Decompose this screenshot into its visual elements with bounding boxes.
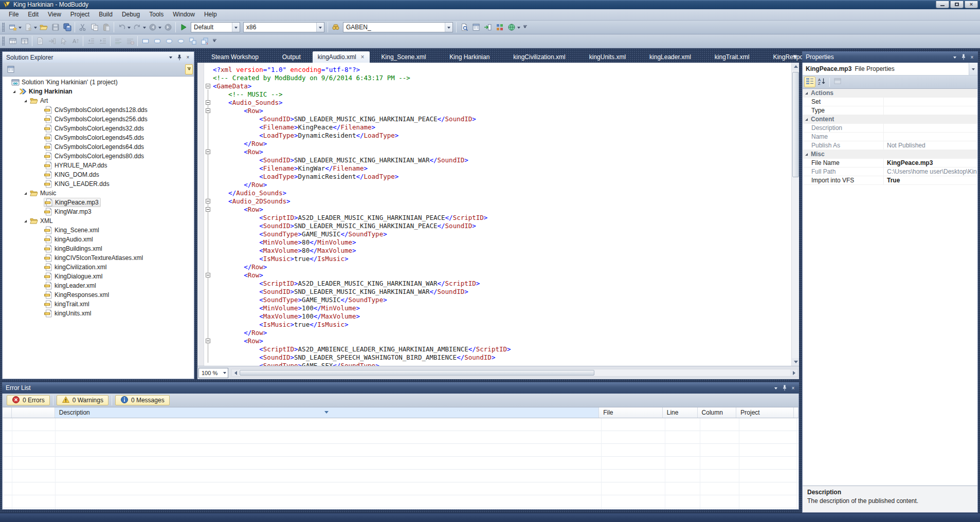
expander-icon[interactable] xyxy=(10,90,18,93)
fold-toggle-icon[interactable] xyxy=(206,199,210,203)
tree-item[interactable]: CivSymbolsColorLegends80.dds xyxy=(3,152,194,161)
properties-window-button[interactable] xyxy=(5,64,17,75)
tree-item[interactable]: kingLeader.xml xyxy=(3,281,194,290)
menu-item-project[interactable]: Project xyxy=(66,9,94,20)
document-tab[interactable]: kingCivilization.xml xyxy=(501,52,577,63)
menu-item-tools[interactable]: Tools xyxy=(144,9,168,20)
pointer-button[interactable] xyxy=(58,35,69,47)
tree-item[interactable]: kingUnits.xml xyxy=(3,309,194,318)
messages-filter-button[interactable]: 0 Messages xyxy=(115,395,170,405)
web-browser-dropdown-icon[interactable] xyxy=(516,22,521,33)
add-new-item-button[interactable] xyxy=(22,22,34,33)
search-dropdown-icon[interactable] xyxy=(445,23,452,32)
error-list-body[interactable] xyxy=(3,418,798,509)
platform-dropdown-icon[interactable] xyxy=(316,23,324,32)
close-button[interactable]: × xyxy=(965,1,978,8)
close-tab-icon[interactable]: × xyxy=(361,54,365,60)
fold-toggle-icon[interactable] xyxy=(206,150,210,154)
property-category-row[interactable]: Actions xyxy=(803,89,977,98)
undo-button[interactable] xyxy=(116,22,128,33)
warnings-filter-button[interactable]: 0 Warnings xyxy=(57,395,108,405)
font-size-button[interactable]: A xyxy=(69,35,81,47)
zoom-dropdown[interactable]: 100 % xyxy=(198,368,228,378)
tree-item[interactable]: HYRULE_MAP.dds xyxy=(3,161,194,170)
document-tab[interactable]: kingTrait.xml xyxy=(703,52,761,63)
alphabetical-button[interactable]: AZ xyxy=(816,77,827,87)
close-panel-icon[interactable]: × xyxy=(789,384,797,392)
maximize-button[interactable] xyxy=(950,1,964,8)
code-area[interactable]: <?xml version="1.0" encoding="utf-8"?><!… xyxy=(213,63,791,366)
property-value[interactable]: Not Published xyxy=(884,141,977,150)
properties-header[interactable]: Properties × xyxy=(802,51,978,63)
title-bar[interactable]: King Harkinian - ModBuddy × xyxy=(0,0,980,9)
tab-overflow-button[interactable] xyxy=(793,55,797,61)
tree-item[interactable]: CivSymbolsColorLegends128.dds xyxy=(3,105,194,115)
document-tab[interactable]: kingUnits.xml xyxy=(577,52,638,63)
navigate-backward-button[interactable] xyxy=(147,22,158,33)
search-combo[interactable]: GABEN_ xyxy=(343,22,453,32)
property-value[interactable]: C:\Users\home user\Desktop\Kin xyxy=(884,167,977,176)
category-expander-icon[interactable] xyxy=(805,153,808,156)
menu-item-file[interactable]: File xyxy=(4,9,23,20)
web-browser-button[interactable] xyxy=(505,22,517,33)
document-tab[interactable]: Output xyxy=(270,52,313,63)
editor-vertical-scrollbar[interactable] xyxy=(791,63,799,366)
fold-toggle-icon[interactable] xyxy=(206,108,210,113)
tree-item[interactable]: KING_DOM.dds xyxy=(3,170,194,179)
configuration-dropdown-icon[interactable] xyxy=(232,23,240,32)
tree-item[interactable]: Art xyxy=(3,96,194,105)
save-button[interactable] xyxy=(49,22,61,33)
start-debug-button[interactable] xyxy=(177,22,189,33)
property-pages-button[interactable] xyxy=(832,77,843,87)
window-position-button[interactable] xyxy=(772,384,779,392)
document-tab-active[interactable]: kingAudio.xml× xyxy=(313,51,370,63)
tree-item[interactable]: KingResponses.xml xyxy=(3,290,194,300)
column-header-blank[interactable] xyxy=(12,407,55,418)
menu-item-build[interactable]: Build xyxy=(94,9,117,20)
tree-item[interactable]: KingDialogue.xml xyxy=(3,272,194,281)
tree-item[interactable]: CivSymbolsColorLegends64.dds xyxy=(3,142,194,152)
extension-manager-button[interactable] xyxy=(494,22,505,33)
increase-indent-button[interactable] xyxy=(97,35,108,47)
horizontal-scroll-thumb[interactable] xyxy=(240,370,594,376)
scroll-down-icon[interactable] xyxy=(792,358,799,366)
tree-item[interactable]: KING_LEADER.dds xyxy=(3,179,194,189)
shape-rounded-3-button[interactable] xyxy=(175,35,187,47)
toolbar-grip[interactable] xyxy=(2,36,5,46)
tree-item[interactable]: Solution 'King Harkinian' (1 project) xyxy=(3,78,194,87)
save-all-button[interactable] xyxy=(61,22,73,33)
column-header-file[interactable]: File xyxy=(599,407,663,418)
auto-hide-pin-button[interactable] xyxy=(959,53,967,61)
new-project-button[interactable] xyxy=(7,22,19,33)
fold-toggle-icon[interactable] xyxy=(206,207,210,212)
column-header-blank[interactable] xyxy=(3,407,12,418)
tree-item[interactable]: kingBuildings.xml xyxy=(3,244,194,253)
solution-explorer-header[interactable]: Solution Explorer × xyxy=(2,51,194,63)
close-panel-icon[interactable]: × xyxy=(184,54,192,61)
column-header-project[interactable]: Project xyxy=(736,407,794,418)
shape-rect-button[interactable] xyxy=(139,35,151,47)
platform-combo[interactable]: x86 xyxy=(243,22,324,32)
tree-item[interactable]: King Harkinian xyxy=(3,87,194,96)
redo-button[interactable] xyxy=(131,22,143,33)
menu-item-window[interactable]: Window xyxy=(168,9,199,20)
auto-hide-pin-button[interactable] xyxy=(175,54,183,61)
fold-toggle-icon[interactable] xyxy=(206,339,210,343)
toolbar-overflow-button[interactable] xyxy=(211,35,217,47)
document-tab[interactable]: King_Scene.xml xyxy=(370,52,438,63)
fold-toggle-icon[interactable] xyxy=(206,273,210,277)
categorized-button[interactable] xyxy=(804,77,815,87)
column-header-line[interactable]: Line xyxy=(663,407,698,418)
menu-item-debug[interactable]: Debug xyxy=(117,9,144,20)
property-value[interactable]: KingPeace.mp3 xyxy=(884,159,977,167)
schema-document-button[interactable] xyxy=(34,35,46,47)
open-file-button[interactable] xyxy=(38,22,49,33)
tree-item[interactable]: King_Scene.xml xyxy=(3,226,194,235)
tree-item[interactable]: CivSymbolsColorLegends256.dds xyxy=(3,115,194,124)
new-project-dropdown-icon[interactable] xyxy=(17,22,22,33)
category-expander-icon[interactable] xyxy=(805,118,808,121)
copy-button[interactable] xyxy=(88,22,100,33)
grid-table-button[interactable] xyxy=(7,35,19,47)
go-to-definition-button[interactable] xyxy=(46,35,58,47)
outline-margin[interactable] xyxy=(204,63,213,366)
